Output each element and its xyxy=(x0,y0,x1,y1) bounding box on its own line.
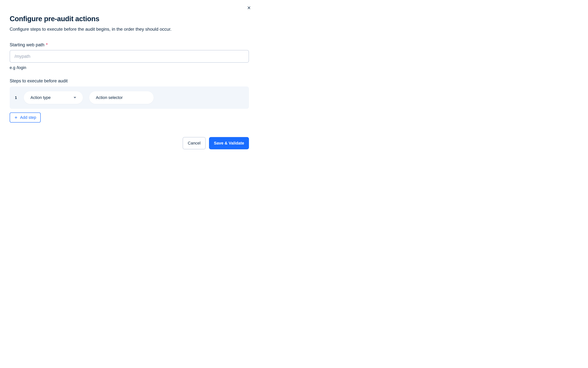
starting-path-input[interactable] xyxy=(10,50,249,63)
close-icon xyxy=(247,6,251,10)
add-step-button[interactable]: Add step xyxy=(10,112,41,122)
starting-path-label-text: Starting web path xyxy=(10,42,45,47)
dialog-title: Configure pre-audit actions xyxy=(10,15,249,23)
add-step-label: Add step xyxy=(20,115,36,120)
step-row: 1 Action type xyxy=(10,86,249,109)
required-asterisk: * xyxy=(46,42,48,47)
cancel-button[interactable]: Cancel xyxy=(183,137,206,149)
starting-path-helper: e.g /login xyxy=(10,65,249,70)
dialog-subtitle: Configure steps to execute before the au… xyxy=(10,27,249,32)
action-type-placeholder: Action type xyxy=(30,95,51,100)
chevron-down-icon xyxy=(74,97,76,98)
step-number: 1 xyxy=(15,96,18,100)
steps-section-label: Steps to execute before audit xyxy=(10,78,249,83)
action-type-select[interactable]: Action type xyxy=(24,91,83,104)
action-selector-input[interactable] xyxy=(89,91,154,104)
starting-path-label: Starting web path * xyxy=(10,42,249,47)
close-button[interactable] xyxy=(246,5,251,10)
save-button[interactable]: Save & Validate xyxy=(209,137,249,149)
footer-actions: Cancel Save & Validate xyxy=(10,137,249,149)
plus-icon xyxy=(14,116,18,120)
